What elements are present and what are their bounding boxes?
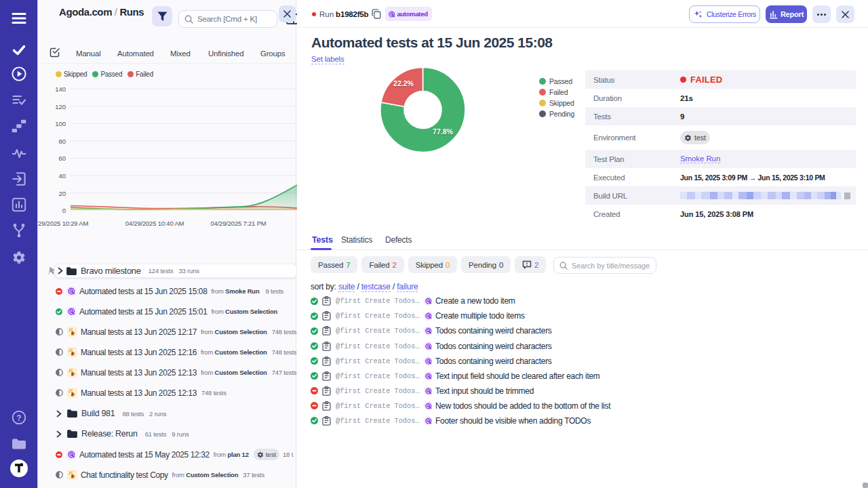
svg-text:20: 20 xyxy=(58,190,66,197)
svg-text:04/29/2025 10:40 AM: 04/29/2025 10:40 AM xyxy=(125,220,184,227)
svg-text:?: ? xyxy=(16,413,21,423)
svg-text:140: 140 xyxy=(55,85,66,93)
svg-text:/29/2025 10:29 AM: /29/2025 10:29 AM xyxy=(38,220,88,227)
svg-text:0: 0 xyxy=(62,207,66,214)
svg-text:40: 40 xyxy=(58,172,66,180)
svg-text:60: 60 xyxy=(58,155,66,162)
svg-text:22.2%: 22.2% xyxy=(393,79,414,87)
svg-text:80: 80 xyxy=(58,138,66,145)
svg-text:77.8%: 77.8% xyxy=(433,127,453,136)
svg-text:120: 120 xyxy=(55,103,66,110)
svg-text:100: 100 xyxy=(55,120,66,127)
svg-text:04/29/2025 7:21 PM: 04/29/2025 7:21 PM xyxy=(211,220,267,227)
